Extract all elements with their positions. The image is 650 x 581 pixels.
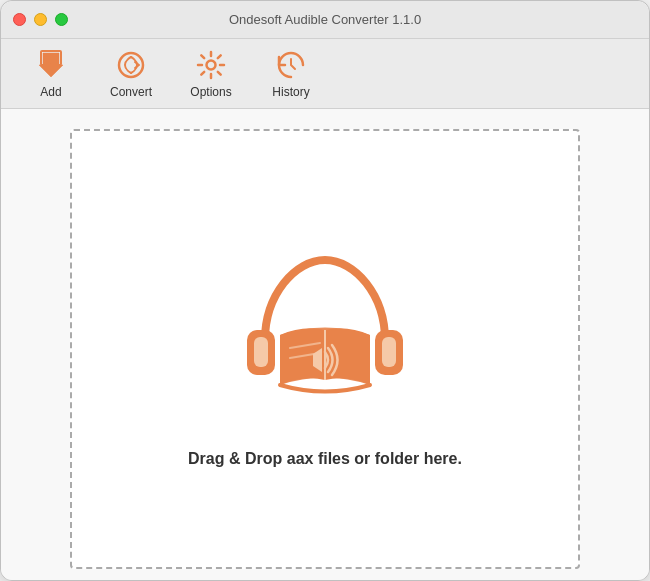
- history-icon: [275, 49, 307, 81]
- toolbar-add-button[interactable]: Add: [11, 44, 91, 104]
- window-title: Ondesoft Audible Converter 1.1.0: [229, 12, 421, 27]
- drop-zone[interactable]: Drag & Drop aax files or folder here.: [70, 129, 580, 569]
- history-label: History: [272, 85, 309, 99]
- options-label: Options: [190, 85, 231, 99]
- svg-rect-5: [254, 337, 268, 367]
- svg-rect-6: [382, 337, 396, 367]
- convert-icon: [115, 49, 147, 81]
- toolbar-options-button[interactable]: Options: [171, 44, 251, 104]
- close-button[interactable]: [13, 13, 26, 26]
- maximize-button[interactable]: [55, 13, 68, 26]
- drop-zone-icon: [225, 230, 425, 430]
- svg-point-2: [207, 60, 216, 69]
- app-window: Ondesoft Audible Converter 1.1.0 Add: [0, 0, 650, 581]
- main-content: Drag & Drop aax files or folder here.: [1, 109, 649, 581]
- minimize-button[interactable]: [34, 13, 47, 26]
- toolbar-convert-button[interactable]: Convert: [91, 44, 171, 104]
- convert-label: Convert: [110, 85, 152, 99]
- add-icon: [35, 49, 67, 81]
- toolbar-history-button[interactable]: History: [251, 44, 331, 104]
- title-bar: Ondesoft Audible Converter 1.1.0: [1, 1, 649, 39]
- toolbar: Add Convert Options: [1, 39, 649, 109]
- traffic-lights: [13, 13, 68, 26]
- drop-zone-text: Drag & Drop aax files or folder here.: [188, 450, 462, 468]
- options-icon: [195, 49, 227, 81]
- add-label: Add: [40, 85, 61, 99]
